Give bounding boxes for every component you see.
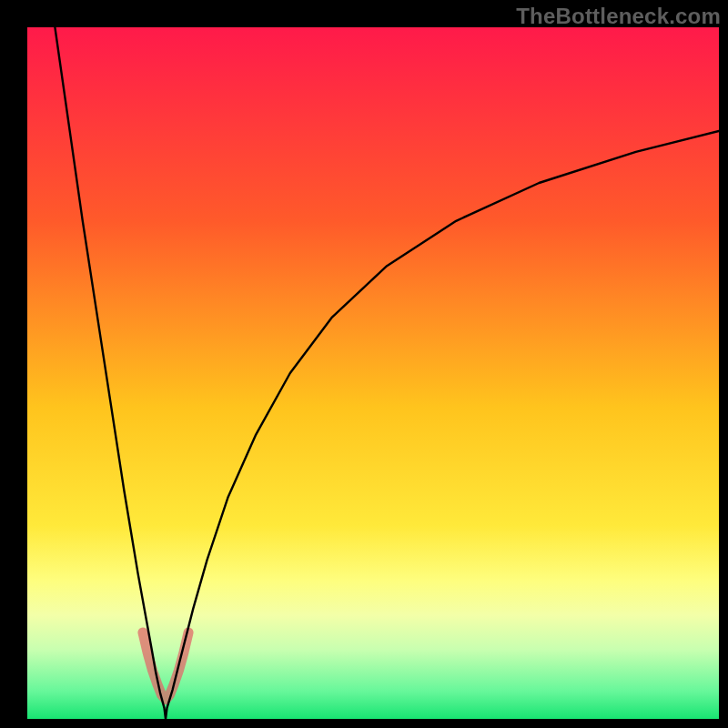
chart-svg	[27, 27, 719, 719]
outer-frame: TheBottleneck.com	[0, 0, 728, 728]
gradient-background	[27, 27, 719, 719]
watermark-text: TheBottleneck.com	[516, 4, 721, 29]
chart-plot-area	[27, 27, 719, 719]
